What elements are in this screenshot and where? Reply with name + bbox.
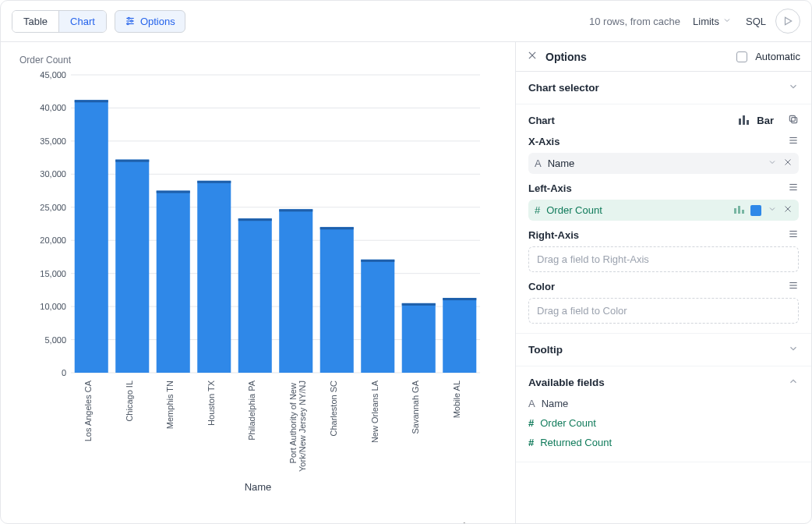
- svg-text:30,000: 30,000: [40, 169, 66, 179]
- bar[interactable]: [157, 191, 190, 373]
- x-axis-field-pill[interactable]: A Name: [528, 153, 799, 174]
- options-button-label: Options: [140, 16, 175, 27]
- svg-text:Memphis TN: Memphis TN: [165, 381, 175, 429]
- svg-text:Houston TX: Houston TX: [207, 380, 216, 426]
- bar[interactable]: [402, 303, 436, 373]
- svg-marker-6: [786, 17, 792, 24]
- svg-point-4: [130, 20, 132, 22]
- x-axis-label: X-Axis: [528, 136, 560, 147]
- color-dropzone[interactable]: Drag a field to Color: [528, 298, 799, 324]
- cursor-icon: [463, 521, 474, 523]
- svg-text:35,000: 35,000: [40, 136, 66, 146]
- svg-rect-64: [742, 210, 744, 214]
- svg-rect-35: [402, 303, 436, 306]
- svg-text:New Orleans LA: New Orleans LA: [370, 380, 380, 443]
- svg-text:Charleston SC: Charleston SC: [329, 381, 338, 437]
- toolbar: Table Chart Options 10 rows, from cache …: [1, 1, 811, 42]
- svg-rect-32: [279, 209, 312, 211]
- bar-chart: 05,00010,00015,00020,00025,00030,00035,0…: [19, 69, 496, 474]
- chart-tab[interactable]: Chart: [58, 11, 106, 32]
- right-axis-label: Right-Axis: [528, 229, 579, 241]
- svg-point-5: [127, 23, 129, 24]
- result-status: 10 rows, from cache: [589, 16, 680, 27]
- panel-title: Options: [545, 51, 587, 63]
- svg-text:15,000: 15,000: [40, 269, 66, 278]
- automatic-checkbox[interactable]: [736, 51, 747, 62]
- run-button[interactable]: [775, 9, 800, 34]
- svg-text:20,000: 20,000: [40, 235, 66, 245]
- svg-rect-29: [157, 191, 190, 193]
- field-name: Returned Count: [540, 437, 612, 448]
- limits-dropdown[interactable]: Limits: [693, 16, 732, 27]
- bar[interactable]: [238, 218, 272, 373]
- chart-section-label: Chart: [528, 115, 555, 126]
- number-type-icon: #: [528, 437, 534, 448]
- mini-bar-icon: [733, 204, 744, 216]
- svg-rect-30: [197, 181, 231, 183]
- chart-selector-section[interactable]: Chart selector: [516, 72, 811, 104]
- left-axis-field-pill[interactable]: # Order Count: [528, 200, 799, 221]
- y-axis-title: Order Count: [19, 55, 496, 66]
- right-axis-dropzone[interactable]: Drag a field to Right-Axis: [528, 246, 799, 272]
- svg-rect-49: [739, 119, 741, 125]
- view-toggle: Table Chart: [12, 10, 107, 33]
- play-icon: [782, 16, 793, 27]
- bar[interactable]: [115, 160, 149, 373]
- bar[interactable]: [197, 181, 231, 373]
- svg-rect-51: [747, 120, 749, 125]
- axis-settings-icon[interactable]: [788, 228, 799, 242]
- remove-field-icon[interactable]: [783, 158, 793, 169]
- sql-label[interactable]: SQL: [746, 16, 766, 27]
- text-type-icon: A: [535, 158, 542, 169]
- svg-rect-34: [361, 260, 394, 262]
- axis-settings-icon[interactable]: [788, 182, 799, 195]
- text-type-icon: A: [528, 398, 535, 409]
- chevron-up-icon[interactable]: [788, 376, 799, 389]
- bar[interactable]: [320, 227, 354, 373]
- available-field[interactable]: #Order Count: [528, 413, 799, 433]
- remove-field-icon[interactable]: [783, 204, 793, 216]
- bar[interactable]: [279, 209, 312, 373]
- chart-section: Chart Bar X-Axis: [516, 104, 811, 334]
- chevron-down-icon: [788, 343, 799, 356]
- svg-rect-31: [238, 218, 272, 221]
- copy-icon[interactable]: [788, 114, 799, 127]
- automatic-label: Automatic: [755, 51, 800, 62]
- color-label: Color: [528, 281, 555, 292]
- tooltip-section[interactable]: Tooltip: [516, 334, 811, 366]
- svg-text:Philadelphia PA: Philadelphia PA: [247, 380, 256, 441]
- chart-area: Order Count 05,00010,00015,00020,00025,0…: [1, 42, 515, 523]
- chevron-down-icon[interactable]: [768, 204, 777, 216]
- number-type-icon: #: [528, 417, 534, 429]
- axis-settings-icon[interactable]: [788, 135, 799, 148]
- bar[interactable]: [361, 260, 394, 373]
- bar[interactable]: [75, 100, 108, 373]
- available-field[interactable]: #Returned Count: [528, 433, 799, 452]
- svg-rect-36: [443, 298, 476, 300]
- svg-rect-53: [789, 115, 795, 121]
- field-name: Order Count: [540, 417, 596, 429]
- svg-rect-62: [734, 208, 736, 214]
- table-tab[interactable]: Table: [12, 11, 58, 32]
- series-color-swatch[interactable]: [750, 205, 761, 216]
- number-type-icon: #: [535, 204, 540, 216]
- svg-rect-28: [115, 160, 149, 162]
- available-field[interactable]: AName: [528, 394, 799, 413]
- svg-text:Los Angeles CA: Los Angeles CA: [83, 380, 93, 441]
- close-icon[interactable]: [527, 50, 538, 63]
- svg-point-3: [128, 17, 129, 19]
- svg-text:10,000: 10,000: [40, 302, 66, 311]
- options-button[interactable]: Options: [115, 10, 185, 33]
- svg-rect-33: [320, 227, 354, 229]
- sliders-icon: [125, 16, 136, 27]
- left-axis-label: Left-Axis: [528, 182, 572, 194]
- bar-chart-icon: [738, 114, 750, 127]
- axis-settings-icon[interactable]: [788, 280, 799, 293]
- chevron-down-icon[interactable]: [768, 158, 777, 169]
- svg-rect-63: [738, 206, 740, 214]
- svg-text:Chicago IL: Chicago IL: [125, 381, 134, 422]
- chart-type-select[interactable]: Bar: [757, 115, 774, 126]
- svg-text:5,000: 5,000: [44, 335, 66, 345]
- bar[interactable]: [443, 298, 476, 373]
- chevron-down-icon: [788, 81, 799, 94]
